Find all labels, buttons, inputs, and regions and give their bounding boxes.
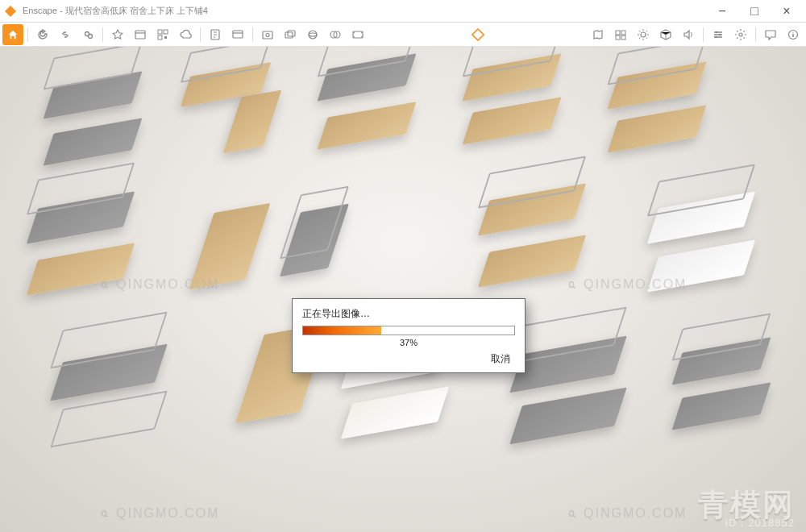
sun-button[interactable] <box>633 24 654 45</box>
export-progress-dialog: 正在导出图像… 37% 取消 <box>292 298 526 373</box>
svg-rect-20 <box>616 31 620 35</box>
map-button[interactable] <box>588 24 609 45</box>
video-button[interactable] <box>347 24 368 45</box>
mono-panorama-button[interactable] <box>302 24 323 45</box>
enscape-logo-icon <box>472 28 484 41</box>
svg-rect-4 <box>158 30 162 34</box>
toolbar-right <box>587 24 804 45</box>
feedback-button[interactable] <box>760 24 781 45</box>
svg-point-28 <box>739 33 742 36</box>
export-exe-button[interactable] <box>205 24 226 45</box>
cancel-button[interactable]: 取消 <box>486 351 515 368</box>
document-name: 现代宿舍高低床 宿舍上下床 上下铺4 <box>65 6 208 15</box>
toolbar-left <box>2 24 369 45</box>
watermark: QINGMO.COM <box>564 277 687 292</box>
app-name: Enscape <box>23 6 57 15</box>
about-button[interactable] <box>783 24 804 45</box>
toolbar <box>0 23 806 47</box>
svg-point-27 <box>715 35 717 38</box>
svg-marker-0 <box>5 6 16 17</box>
export-web-button[interactable] <box>227 24 248 45</box>
svg-rect-5 <box>164 30 168 34</box>
progress-percent: 37% <box>302 338 515 347</box>
svg-rect-23 <box>621 35 625 39</box>
batch-render-button[interactable] <box>280 24 301 45</box>
svg-point-2 <box>89 34 93 38</box>
window-title: Enscape - 现代宿舍高低床 宿舍上下床 上下铺4 <box>23 5 706 17</box>
manage-views-button[interactable] <box>130 24 151 45</box>
svg-rect-3 <box>135 31 145 39</box>
app-icon <box>3 4 18 19</box>
search-button[interactable] <box>77 24 98 45</box>
maximize-button[interactable]: □ <box>738 0 771 23</box>
dialog-title: 正在导出图像… <box>302 307 515 321</box>
svg-point-26 <box>719 33 721 35</box>
stereo-panorama-button[interactable] <box>325 24 346 45</box>
favorite-button[interactable] <box>107 24 128 45</box>
watermark-id: ID：2018852 <box>725 516 795 530</box>
watermark: QINGMO.COM <box>97 506 219 521</box>
svg-rect-10 <box>263 31 272 39</box>
svg-point-15 <box>309 33 317 36</box>
close-button[interactable]: × <box>771 0 803 23</box>
svg-marker-19 <box>472 29 484 40</box>
window-controls: − □ × <box>706 0 803 23</box>
visual-settings-button[interactable] <box>708 24 729 45</box>
svg-rect-9 <box>233 31 243 38</box>
progress-bar <box>302 326 515 335</box>
link-button[interactable] <box>55 24 76 45</box>
render-viewport[interactable]: QINGMO.COMQINGMO.COMQINGMO.COMQINGMO.COM… <box>0 47 806 532</box>
qr-button[interactable] <box>152 24 173 45</box>
settings-button[interactable] <box>730 24 751 45</box>
progress-fill <box>303 326 381 335</box>
svg-rect-6 <box>158 35 162 39</box>
svg-point-11 <box>266 33 269 36</box>
minimize-button[interactable]: − <box>706 0 738 23</box>
svg-point-14 <box>309 31 317 39</box>
audio-button[interactable] <box>678 24 699 45</box>
svg-point-25 <box>716 31 718 33</box>
svg-rect-12 <box>285 32 293 38</box>
watermark: QINGMO.COM <box>564 506 687 521</box>
svg-point-24 <box>641 32 646 37</box>
svg-rect-21 <box>621 31 625 35</box>
svg-rect-7 <box>164 36 167 39</box>
refresh-button[interactable] <box>32 24 53 45</box>
materials-button[interactable] <box>655 24 676 45</box>
titlebar: Enscape - 现代宿舍高低床 宿舍上下床 上下铺4 − □ × <box>0 0 806 23</box>
cloud-button[interactable] <box>175 24 196 45</box>
assets-button[interactable] <box>610 24 631 45</box>
home-button[interactable] <box>2 24 23 45</box>
svg-rect-22 <box>616 35 620 39</box>
svg-rect-13 <box>288 31 295 36</box>
screenshot-button[interactable] <box>257 24 278 45</box>
watermark: QINGMO.COM <box>97 277 219 292</box>
